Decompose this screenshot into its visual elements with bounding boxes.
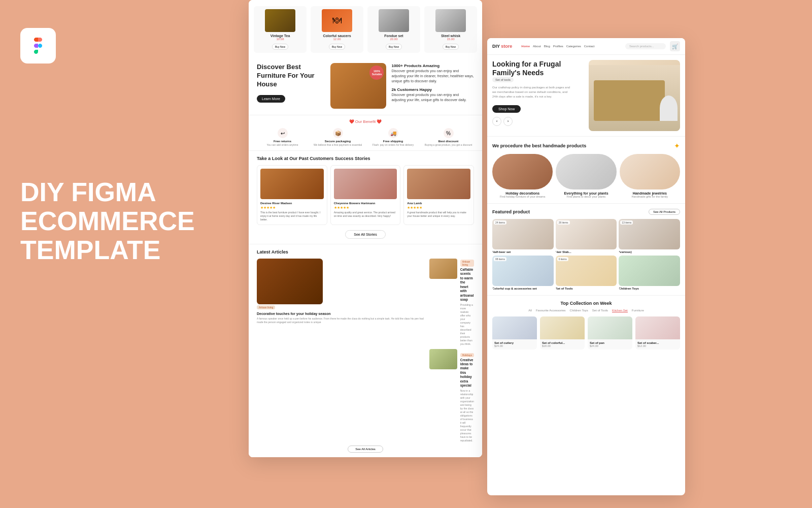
nav-link-home[interactable]: Home [521, 45, 530, 48]
buy-btn-plates[interactable]: Buy Now [329, 44, 345, 50]
nav-link-categories[interactable]: Categories [566, 45, 581, 48]
testimonial-2: Cheyenne Bowers Hartmann ★★★★★ Amazing q… [330, 165, 401, 225]
tc-prod-price-1: $24.00 [494, 344, 535, 347]
testimonials-title: Take a Look at Our Past Customers Succes… [257, 156, 474, 161]
handmade-prod-sub-3: Handmade gifts for the family [620, 195, 680, 198]
tab-accessories[interactable]: Favourite Accessories [536, 309, 566, 312]
tc-prod-img-4 [635, 316, 680, 339]
hero-badge: 100% Suitable [369, 66, 384, 80]
tab-children[interactable]: Children Toys [570, 309, 588, 312]
furniture-display [589, 65, 680, 131]
tab-kitchen[interactable]: Kitchen Set [612, 309, 628, 312]
featured-grid: 24 items Half-beer set 26 items Hair Sla… [492, 219, 680, 290]
testimonials-grid: Desiree River Madsen ★★★★★ This is the b… [257, 165, 474, 225]
tab-furniture[interactable]: Furniture [632, 309, 644, 312]
buy-btn-whisk[interactable]: Buy Now [443, 44, 459, 50]
side-article-tag-2: Holidays [460, 353, 474, 357]
learn-more-btn[interactable]: Learn More [257, 95, 285, 103]
avatar-1 [260, 169, 324, 199]
feat-badge-4: 08 items [494, 257, 506, 261]
main-article-desc: A famous speaker once held up a pen befo… [257, 317, 425, 324]
packaging-icon: 📦 [333, 128, 343, 138]
tc-prod-img-1 [492, 316, 537, 339]
benefit-shipping-name: Free shipping [367, 140, 419, 143]
feat-label-2: Hair Slab... [556, 250, 617, 253]
articles-section: Latest Articles Artisan living Decorativ… [249, 244, 482, 457]
see-all-articles-btn[interactable]: See All Articles [348, 446, 383, 453]
side-article-text-2: Holidays Creative ideas to make this hol… [460, 349, 474, 442]
chair-furniture [660, 96, 678, 121]
handmade-prod-name-1: Holiday decorations [492, 192, 553, 195]
feat-item-5: 0 items Set of Tools [556, 256, 617, 290]
right-hero: Looking for a Frugal Family's Needs Set … [487, 55, 685, 136]
hero-stats: 1000+ Products Amazing Discover great pr… [391, 63, 474, 102]
figma-logo [20, 28, 56, 64]
nav-link-profiles[interactable]: Profiles [553, 45, 563, 48]
top-products-row: Vintage Tea 10.08 Buy Now 🍽 Colorful sau… [249, 0, 482, 57]
feat-badge-2: 26 items [557, 220, 570, 225]
test-name-2: Cheyenne Bowers Hartmann [334, 202, 397, 205]
handmade-prod-sub-1: Find holiday furniture of your dreams [492, 195, 553, 198]
right-nav-links: Home About Blog Profiles Categories Cont… [521, 45, 594, 48]
avatar-3 [407, 169, 470, 199]
right-hero-title: Looking for a Frugal Family's Needs [492, 60, 585, 77]
next-arrow[interactable]: › [503, 117, 513, 126]
handmade-products-row: Holiday decorations Find holiday furnitu… [492, 154, 680, 198]
articles-title: Latest Articles [257, 249, 474, 255]
hero-title: Discover Best Furniture For Your House [257, 63, 325, 89]
right-hero-badge-row: Set of tools [492, 77, 585, 82]
product-price-tea: 10.08 [257, 38, 303, 41]
benefit-discount-name: Best discount [423, 140, 474, 143]
main-article-headline: Decorative touches for your holiday seas… [257, 311, 425, 316]
product-card-plates: 🍽 Colorful saucers 12.00 Buy Now [311, 6, 363, 53]
tc-product-1: Set of cutlery $24.00 [492, 316, 537, 350]
right-hero-desc: Our craftshop policy in doing packages a… [492, 85, 573, 99]
product-card-fondue: Fondue set 20.00 Buy Now [367, 6, 420, 53]
feat-img-6 [619, 256, 680, 286]
tc-prod-img-2 [540, 316, 585, 339]
buy-btn-tea[interactable]: Buy Now [272, 44, 288, 50]
feat-item-6: Children Toys [619, 256, 680, 290]
right-search[interactable]: Search products... [625, 43, 666, 49]
left-title: DIY FIGMA ECOMMERCE TEMPLATE [20, 178, 195, 265]
cart-icon[interactable]: 🛒 [670, 41, 680, 51]
articles-main: Artisan living Decorative touches for yo… [257, 259, 474, 442]
center-mockup: Vintage Tea 10.08 Buy Now 🍽 Colorful sau… [249, 0, 482, 457]
right-navbar: DIY store Home About Blog Profiles Categ… [487, 38, 685, 55]
feat-label-3: (various) [619, 250, 680, 253]
feat-label-6: Children Toys [619, 287, 680, 290]
nav-link-blog[interactable]: Blog [544, 45, 550, 48]
feat-badge-3: 13 items [620, 220, 633, 225]
nav-link-contact[interactable]: Contact [584, 45, 595, 48]
tab-tools[interactable]: Set of Tools [592, 309, 608, 312]
feat-badge-5: 0 items [557, 257, 568, 261]
feat-label-5: Set of Tools [556, 287, 617, 290]
main-article-img [257, 259, 323, 304]
right-hero-badge: Set of tools [492, 77, 514, 82]
stars-2: ★★★★★ [334, 206, 397, 210]
tc-prod-info-3: Set of pan $24.00 [588, 339, 632, 350]
stat-customers: 2k Customers Happy Discover great produc… [391, 87, 474, 103]
benefit-packaging: 📦 Secure packaging We believe that a fre… [312, 128, 363, 146]
shop-now-btn[interactable]: Shop Now [492, 105, 521, 113]
returns-icon: ↩ [278, 128, 288, 138]
see-all-stories-btn[interactable]: See All Stories [345, 230, 386, 239]
buy-btn-fondue[interactable]: Buy Now [386, 44, 402, 50]
tab-all[interactable]: All [528, 309, 532, 312]
test-text-1: This is the best furniture product I hav… [260, 211, 324, 221]
benefit-discount-desc: Buying a great product, you get a discou… [423, 143, 474, 146]
nav-link-about[interactable]: About [533, 45, 541, 48]
handmade-section: We procedure the best handmade products … [487, 136, 685, 203]
top-collection-title: Top Collection on Week [492, 301, 680, 306]
side-article-1: Artisan living Caffable scents to warm t… [429, 259, 474, 346]
top-collection-tabs: All Favourite Accessories Children Toys … [492, 309, 680, 312]
stars-3: ★★★★★ [407, 206, 470, 210]
see-all-products-btn[interactable]: See All Products [649, 209, 680, 215]
testimonial-3: Ana Lamb ★★★★★ A great handmade product … [403, 165, 474, 225]
prev-arrow[interactable]: ‹ [492, 117, 501, 126]
benefit-packaging-name: Secure packaging [312, 140, 363, 143]
side-article-tag-1: Artisan living [460, 260, 474, 267]
benefit-discount: % Best discount Buying a great product, … [423, 128, 474, 146]
tc-prod-img-3 [588, 316, 632, 339]
hero-nav-arrows: ‹ › [492, 117, 585, 126]
